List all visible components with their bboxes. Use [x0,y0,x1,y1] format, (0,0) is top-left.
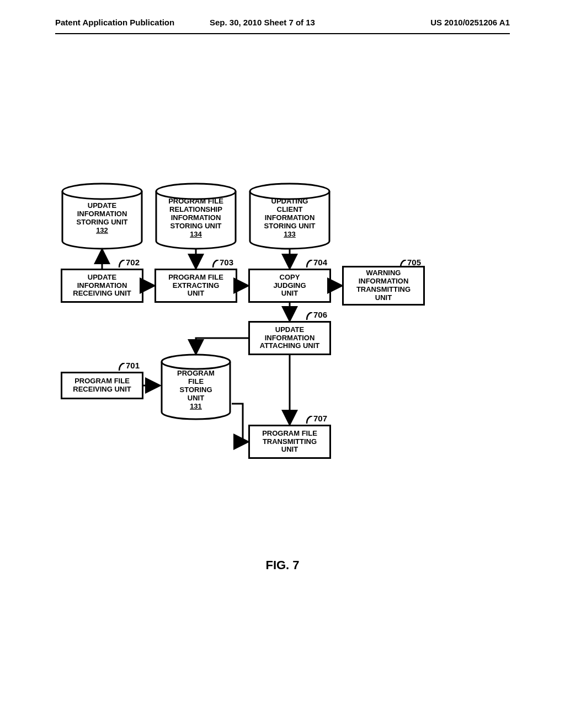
cylinder-134: PROGRAM FILE RELATIONSHIP INFORMATION ST… [154,183,237,249]
ref-704: 704 [313,258,327,267]
box-707: PROGRAM FILE TRANSMITTING UNIT [248,425,331,459]
box-705: WARNING INFORMATION TRANSMITTING UNIT [342,266,425,306]
ref-703: 703 [220,258,233,267]
cylinder-133: UPDATING CLIENT INFORMATION STORING UNIT… [248,183,331,249]
box-701: PROGRAM FILE RECEIVING UNIT [61,372,143,399]
ref-702: 702 [126,258,140,267]
cylinder-131: PROGRAM FILE STORING UNIT 131 [160,354,232,420]
svg-point-0 [62,184,142,199]
box-706: UPDATE INFORMATION ATTACHING UNIT [248,321,331,355]
patent-page: Patent Application Publication Sep. 30, … [55,33,510,696]
ref-701: 701 [126,361,140,370]
ref-707: 707 [313,414,327,423]
cylinder-132: UPDATE INFORMATION STORING UNIT 132 [61,183,143,249]
box-704: COPY JUDGING UNIT [248,269,331,303]
figure-caption: FIG. 7 [55,558,510,572]
header-left: Patent Application Publication [55,18,174,27]
svg-point-3 [162,355,230,369]
box-702: UPDATE INFORMATION RECEIVING UNIT [61,269,143,303]
header-center: Sep. 30, 2010 Sheet 7 of 13 [210,18,315,27]
figure-7: UPDATE INFORMATION STORING UNIT 132 PROG… [55,183,510,569]
header-right: US 2010/0251206 A1 [430,18,510,27]
ref-706: 706 [313,310,327,319]
box-703: PROGRAM FILE EXTRACTING UNIT [154,269,237,303]
